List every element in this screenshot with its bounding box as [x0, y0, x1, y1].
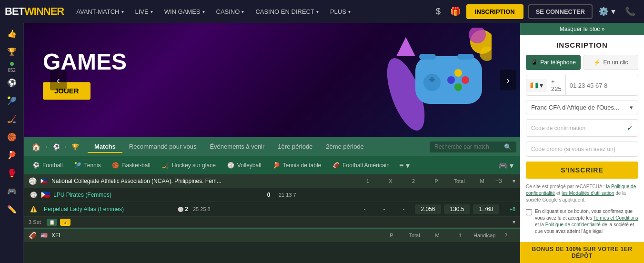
score-perpetual: 🏐 2: [176, 206, 190, 212]
score-lpu: 0: [262, 192, 276, 198]
nav-avant-match[interactable]: AVANT-MATCH ▾: [71, 6, 128, 17]
currency-selector[interactable]: Franc CFA d'Afrique de l'Oues... ▾: [526, 101, 638, 114]
recaptcha-text: Ce site est protégé par reCAPTCHA : la P…: [526, 183, 638, 203]
xfl-col-1: 1: [451, 233, 470, 238]
terms-checkbox[interactable]: [526, 209, 532, 215]
svg-point-3: [423, 74, 441, 91]
sports-grid-button[interactable]: 🎮 ▾: [495, 159, 516, 172]
more-odds-link[interactable]: +8: [502, 206, 515, 212]
banner-next-button[interactable]: ›: [500, 70, 516, 91]
sidebar-item-trophy[interactable]: 🏆: [3, 43, 20, 60]
set-label: 3 Set: [29, 219, 41, 225]
col-m: M: [473, 178, 492, 184]
se-connecter-button[interactable]: SE CONNECTER: [528, 4, 593, 19]
banner-prev-button[interactable]: ‹: [50, 70, 67, 91]
sport-btn-basketball[interactable]: 🏀 Basket-ball: [107, 160, 155, 171]
col-2: 2: [404, 178, 423, 184]
match-league-header: 🏐 🇵🇭 National Collegiate Athletic Associ…: [24, 174, 520, 188]
odd-value2[interactable]: 130.5: [444, 204, 470, 214]
sport-btn-hockey[interactable]: 🏒 Hockey sur glace: [157, 160, 221, 171]
settings-icon-button[interactable]: ⚙️ ▾: [594, 4, 619, 19]
sports-more-button[interactable]: ≡ ▾: [396, 159, 413, 172]
sports-nav-tabs: Matchs Recommandé pour vous Événements à…: [88, 141, 371, 153]
sport-btn-americain[interactable]: 🏈 Football Américain: [328, 160, 394, 171]
sport-label-football: Football: [42, 162, 63, 169]
tab-en-clic-button[interactable]: ⚡ En un clic: [584, 55, 638, 70]
banner-gamepad-image: [349, 28, 492, 132]
phone-number-input[interactable]: [566, 79, 638, 92]
terms-conditions-link[interactable]: Termes et Conditions: [594, 215, 638, 221]
sport-btn-volleyball[interactable]: 🏐 Volleyball: [222, 160, 266, 171]
sport-btn-tennis[interactable]: 🎾 Tennis: [70, 160, 106, 171]
team-lpu[interactable]: LPU Pirates (Femmes): [53, 192, 259, 198]
tabletennis-icon: 🏓: [273, 162, 280, 169]
odd-value3[interactable]: 1.768: [473, 204, 499, 214]
tab-evenements[interactable]: Événements à venir: [203, 141, 271, 153]
tab-recommande[interactable]: Recommandé pour vous: [122, 141, 203, 153]
odd-value1[interactable]: 2.056: [415, 204, 441, 214]
sidebar-item-tabletennis[interactable]: 🏓: [3, 146, 20, 163]
xfl-league-name[interactable]: XFL: [51, 232, 378, 239]
chevron-down-icon[interactable]: ▾: [513, 178, 515, 184]
tab-1ere-periode[interactable]: 1ère période: [271, 141, 319, 153]
phone-icon-button[interactable]: 📞: [621, 4, 639, 19]
search-input[interactable]: [434, 143, 501, 150]
col-total: Total: [450, 178, 469, 184]
masquer-bloc-button[interactable]: Masquer le bloc »: [520, 23, 644, 35]
tab-telephone-button[interactable]: 📱 Par téléphone: [526, 55, 581, 70]
sidebar-item-edit[interactable]: ✏️: [3, 201, 20, 218]
phone-flag-selector[interactable]: 🇨🇮 ▾: [526, 79, 547, 92]
logo-bet: BET: [5, 5, 24, 17]
gift-icon-button[interactable]: 🎁: [446, 4, 464, 19]
sidebar-item-tennis[interactable]: 🎾: [3, 92, 20, 109]
terms-link[interactable]: les Modalités d'utilisation: [562, 191, 614, 196]
col-1: 1: [358, 178, 377, 184]
hockey-icon: 🏒: [162, 162, 169, 169]
odd-dash1: -: [356, 206, 373, 212]
sports-icon-small[interactable]: ⚽: [49, 142, 64, 152]
sidebar-item-basketball[interactable]: 🏀: [3, 128, 20, 145]
sidebar-item-fight[interactable]: 🥊: [3, 164, 20, 182]
flag-ivory-coast: 🇨🇮: [530, 81, 538, 89]
xfl-col-2: 2: [496, 233, 515, 238]
american-football-icon: 🏈: [332, 162, 340, 169]
sidebar-item-hockey[interactable]: 🏒: [3, 110, 20, 127]
league-name[interactable]: National Collegiate Athletic Association…: [51, 178, 354, 184]
xfl-sport-icon: 🏈: [29, 232, 37, 239]
terms-checkbox-row: En cliquant sur ce bouton, vous confirme…: [526, 208, 638, 235]
trophy-icon-small[interactable]: 🏆: [68, 142, 83, 152]
home-icon[interactable]: 🏠: [28, 141, 45, 153]
chevron-down-icon: ▾: [151, 9, 153, 14]
search-bar[interactable]: 🔍: [430, 142, 516, 152]
nav-casino-direct[interactable]: CASINO EN DIRECT ▾: [251, 6, 323, 17]
promo-code-input[interactable]: Code promo (si vous en avez un): [526, 142, 638, 157]
nav-plus[interactable]: PLUS ▾: [325, 6, 355, 17]
xfl-league-header: 🏈 🇺🇸 XFL P Total M 1 Handicap 2: [24, 228, 520, 242]
inscription-button[interactable]: INSCRIPTION: [466, 4, 523, 19]
set-badge2: 💰: [60, 219, 70, 226]
tab-2eme-periode[interactable]: 2ème période: [319, 141, 371, 153]
privacy-link[interactable]: Politique de confidentialité: [545, 222, 601, 227]
nav-win-games[interactable]: WIN GAMES ▾: [160, 6, 210, 17]
sport-label-hockey: Hockey sur glace: [172, 162, 216, 169]
nav-casino[interactable]: CASINO ▾: [211, 6, 249, 17]
sport-btn-football[interactable]: ⚽ Football: [28, 160, 68, 171]
sport-label-volleyball: Volleyball: [237, 162, 262, 169]
sinscrire-button[interactable]: S'INSCRIRE: [526, 162, 638, 179]
nav-live[interactable]: LIVE ▾: [131, 6, 158, 17]
chevron-down-icon2[interactable]: ▾: [513, 219, 515, 225]
svg-rect-11: [457, 54, 474, 60]
confirm-code-input[interactable]: Code de confirmation ✓: [526, 119, 638, 137]
team-perpetual[interactable]: Perpetual Lady Altas (Femmes): [44, 206, 173, 212]
inscription-title: INSCRIPTION: [526, 41, 638, 49]
sport-btn-tabletennis[interactable]: 🏓 Tennis de table: [268, 160, 326, 171]
content-area: GAMES JOUER: [24, 23, 520, 263]
dollar-icon-button[interactable]: $: [432, 5, 444, 19]
logo[interactable]: BETWINNER: [5, 5, 64, 18]
sidebar-item-thumbsup[interactable]: 👍: [3, 25, 20, 42]
sport-label-tennis: Tennis: [84, 162, 101, 169]
sidebar-item-football[interactable]: ⚽: [3, 74, 20, 91]
tab-matchs[interactable]: Matchs: [88, 141, 122, 153]
currency-label: Franc CFA d'Afrique de l'Oues...: [531, 104, 619, 111]
sidebar-item-games[interactable]: 🎮: [3, 182, 20, 200]
